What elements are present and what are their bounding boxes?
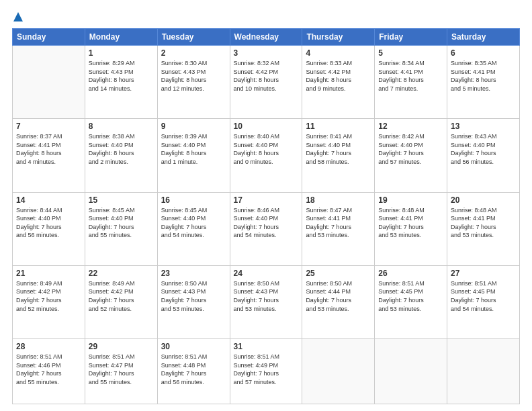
column-header-friday: Friday <box>375 29 447 46</box>
day-info: Sunrise: 8:48 AMSunset: 4:41 PMDaylight:… <box>378 206 443 240</box>
day-number: 25 <box>306 269 371 278</box>
header <box>12 12 520 23</box>
calendar-cell: 13Sunrise: 8:43 AMSunset: 4:40 PMDayligh… <box>447 119 520 192</box>
day-info: Sunrise: 8:51 AMSunset: 4:45 PMDaylight:… <box>451 279 516 313</box>
calendar-cell: 7Sunrise: 8:37 AMSunset: 4:41 PMDaylight… <box>13 119 85 192</box>
day-number: 28 <box>16 342 81 351</box>
day-info: Sunrise: 8:45 AMSunset: 4:40 PMDaylight:… <box>89 206 154 240</box>
calendar-week-5: 28Sunrise: 8:51 AMSunset: 4:46 PMDayligh… <box>13 339 520 404</box>
calendar-cell: 20Sunrise: 8:48 AMSunset: 4:41 PMDayligh… <box>447 192 520 265</box>
day-info: Sunrise: 8:34 AMSunset: 4:41 PMDaylight:… <box>378 59 443 93</box>
day-info: Sunrise: 8:30 AMSunset: 4:43 PMDaylight:… <box>161 59 226 93</box>
day-number: 31 <box>234 342 299 351</box>
day-info: Sunrise: 8:45 AMSunset: 4:40 PMDaylight:… <box>161 206 226 240</box>
calendar-cell: 18Sunrise: 8:47 AMSunset: 4:41 PMDayligh… <box>302 192 375 265</box>
day-number: 7 <box>16 122 81 131</box>
calendar-cell: 27Sunrise: 8:51 AMSunset: 4:45 PMDayligh… <box>447 265 520 338</box>
day-number: 19 <box>378 195 443 205</box>
calendar-header-row: SundayMondayTuesdayWednesdayThursdayFrid… <box>13 29 520 46</box>
day-number: 23 <box>161 269 226 278</box>
day-info: Sunrise: 8:49 AMSunset: 4:42 PMDaylight:… <box>89 279 154 313</box>
day-info: Sunrise: 8:51 AMSunset: 4:46 PMDaylight:… <box>16 353 81 386</box>
calendar-cell: 10Sunrise: 8:40 AMSunset: 4:40 PMDayligh… <box>230 119 302 192</box>
logo-triangle-icon <box>13 12 23 21</box>
day-number: 8 <box>89 122 154 131</box>
day-info: Sunrise: 8:44 AMSunset: 4:40 PMDaylight:… <box>16 206 81 240</box>
calendar-cell: 22Sunrise: 8:49 AMSunset: 4:42 PMDayligh… <box>85 265 157 338</box>
calendar-cell <box>302 339 375 404</box>
column-header-sunday: Sunday <box>13 29 85 46</box>
day-info: Sunrise: 8:41 AMSunset: 4:40 PMDaylight:… <box>306 132 371 166</box>
calendar-cell: 15Sunrise: 8:45 AMSunset: 4:40 PMDayligh… <box>85 192 157 265</box>
day-number: 29 <box>89 342 154 351</box>
day-info: Sunrise: 8:50 AMSunset: 4:43 PMDaylight:… <box>161 279 226 313</box>
day-number: 12 <box>378 122 443 131</box>
day-info: Sunrise: 8:42 AMSunset: 4:40 PMDaylight:… <box>378 132 443 166</box>
calendar-week-2: 7Sunrise: 8:37 AMSunset: 4:41 PMDaylight… <box>13 119 520 192</box>
calendar-week-3: 14Sunrise: 8:44 AMSunset: 4:40 PMDayligh… <box>13 192 520 265</box>
calendar-cell: 31Sunrise: 8:51 AMSunset: 4:49 PMDayligh… <box>230 339 302 404</box>
day-number: 9 <box>161 122 226 131</box>
day-number: 24 <box>234 269 299 278</box>
calendar-cell: 25Sunrise: 8:50 AMSunset: 4:44 PMDayligh… <box>302 265 375 338</box>
column-header-tuesday: Tuesday <box>157 29 230 46</box>
day-info: Sunrise: 8:51 AMSunset: 4:49 PMDaylight:… <box>234 353 299 386</box>
day-info: Sunrise: 8:51 AMSunset: 4:47 PMDaylight:… <box>89 353 154 386</box>
day-number: 20 <box>451 195 516 205</box>
day-info: Sunrise: 8:49 AMSunset: 4:42 PMDaylight:… <box>16 279 81 313</box>
calendar-week-1: 1Sunrise: 8:29 AMSunset: 4:43 PMDaylight… <box>13 46 520 119</box>
day-number: 16 <box>161 195 226 205</box>
day-info: Sunrise: 8:39 AMSunset: 4:40 PMDaylight:… <box>161 132 226 166</box>
column-header-monday: Monday <box>85 29 157 46</box>
column-header-saturday: Saturday <box>447 29 520 46</box>
day-number: 10 <box>234 122 299 131</box>
day-number: 1 <box>89 48 154 58</box>
day-info: Sunrise: 8:32 AMSunset: 4:42 PMDaylight:… <box>234 59 299 93</box>
column-header-wednesday: Wednesday <box>230 29 302 46</box>
calendar-cell: 1Sunrise: 8:29 AMSunset: 4:43 PMDaylight… <box>85 46 157 119</box>
calendar-cell: 29Sunrise: 8:51 AMSunset: 4:47 PMDayligh… <box>85 339 157 404</box>
calendar-cell: 14Sunrise: 8:44 AMSunset: 4:40 PMDayligh… <box>13 192 85 265</box>
calendar-cell: 11Sunrise: 8:41 AMSunset: 4:40 PMDayligh… <box>302 119 375 192</box>
calendar-cell <box>13 46 85 119</box>
day-number: 26 <box>378 269 443 278</box>
calendar-cell: 30Sunrise: 8:51 AMSunset: 4:48 PMDayligh… <box>157 339 230 404</box>
calendar-cell: 28Sunrise: 8:51 AMSunset: 4:46 PMDayligh… <box>13 339 85 404</box>
day-number: 11 <box>306 122 371 131</box>
day-number: 3 <box>234 48 299 58</box>
day-info: Sunrise: 8:37 AMSunset: 4:41 PMDaylight:… <box>16 132 81 166</box>
day-number: 14 <box>16 195 81 205</box>
day-number: 30 <box>161 342 226 351</box>
day-info: Sunrise: 8:43 AMSunset: 4:40 PMDaylight:… <box>451 132 516 166</box>
day-number: 6 <box>451 48 516 58</box>
day-info: Sunrise: 8:35 AMSunset: 4:41 PMDaylight:… <box>451 59 516 93</box>
calendar-cell: 17Sunrise: 8:46 AMSunset: 4:40 PMDayligh… <box>230 192 302 265</box>
calendar-cell: 2Sunrise: 8:30 AMSunset: 4:43 PMDaylight… <box>157 46 230 119</box>
calendar-cell: 9Sunrise: 8:39 AMSunset: 4:40 PMDaylight… <box>157 119 230 192</box>
day-info: Sunrise: 8:38 AMSunset: 4:40 PMDaylight:… <box>89 132 154 166</box>
calendar-cell: 6Sunrise: 8:35 AMSunset: 4:41 PMDaylight… <box>447 46 520 119</box>
day-info: Sunrise: 8:50 AMSunset: 4:44 PMDaylight:… <box>306 279 371 313</box>
calendar-cell: 16Sunrise: 8:45 AMSunset: 4:40 PMDayligh… <box>157 192 230 265</box>
column-header-thursday: Thursday <box>302 29 375 46</box>
day-number: 4 <box>306 48 371 58</box>
day-number: 13 <box>451 122 516 131</box>
calendar-cell: 24Sunrise: 8:50 AMSunset: 4:43 PMDayligh… <box>230 265 302 338</box>
day-number: 15 <box>89 195 154 205</box>
calendar-cell: 23Sunrise: 8:50 AMSunset: 4:43 PMDayligh… <box>157 265 230 338</box>
day-info: Sunrise: 8:33 AMSunset: 4:42 PMDaylight:… <box>306 59 371 93</box>
day-info: Sunrise: 8:47 AMSunset: 4:41 PMDaylight:… <box>306 206 371 240</box>
day-info: Sunrise: 8:51 AMSunset: 4:48 PMDaylight:… <box>161 353 226 386</box>
day-info: Sunrise: 8:46 AMSunset: 4:40 PMDaylight:… <box>234 206 299 240</box>
calendar-cell <box>447 339 520 404</box>
calendar-cell: 8Sunrise: 8:38 AMSunset: 4:40 PMDaylight… <box>85 119 157 192</box>
day-info: Sunrise: 8:48 AMSunset: 4:41 PMDaylight:… <box>451 206 516 240</box>
day-info: Sunrise: 8:50 AMSunset: 4:43 PMDaylight:… <box>234 279 299 313</box>
day-number: 5 <box>378 48 443 58</box>
logo-text <box>12 12 23 23</box>
day-number: 18 <box>306 195 371 205</box>
day-info: Sunrise: 8:40 AMSunset: 4:40 PMDaylight:… <box>234 132 299 166</box>
day-number: 21 <box>16 269 81 278</box>
day-number: 17 <box>234 195 299 205</box>
day-number: 2 <box>161 48 226 58</box>
